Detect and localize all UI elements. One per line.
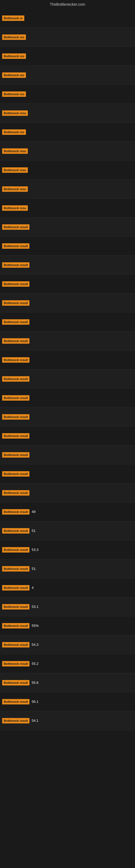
bottleneck-label: Bottleneck result: [2, 509, 30, 515]
bottleneck-label: Bottleneck resu: [2, 111, 28, 116]
bottleneck-label: Bottleneck result: [2, 604, 30, 610]
table-row: Bottleneck result: [0, 484, 135, 502]
table-row: Bottleneck re: [0, 9, 135, 28]
bottleneck-label: Bottleneck result: [2, 547, 30, 553]
bottleneck-label: Bottleneck resu: [2, 148, 28, 154]
table-row: Bottleneck result: [0, 255, 135, 275]
table-row: Bottleneck result: [0, 369, 135, 389]
table-row: Bottleneck result53.1: [0, 597, 135, 616]
table-row: Bottleneck result54.3: [0, 635, 135, 654]
table-row: Bottleneck result55.2: [0, 654, 135, 673]
bottleneck-label: Bottleneck result: [2, 243, 30, 249]
bottleneck-value: 55%: [32, 624, 39, 628]
rows-container: Bottleneck reBottleneck resBottleneck re…: [0, 9, 135, 730]
bottleneck-label: Bottleneck result: [2, 585, 30, 590]
table-row: Bottleneck result: [0, 332, 135, 350]
bottleneck-value: 55.2: [32, 661, 38, 665]
bottleneck-label: Bottleneck re: [2, 16, 24, 21]
bottleneck-label: Bottleneck result: [2, 300, 30, 306]
table-row: Bottleneck result: [0, 445, 135, 464]
table-row: Bottleneck result53.3: [0, 540, 135, 559]
site-title: TheBottlenecker.com: [0, 0, 135, 9]
bottleneck-label: Bottleneck result: [2, 699, 30, 705]
table-row: Bottleneck result: [0, 426, 135, 445]
bottleneck-label: Bottleneck result: [2, 452, 30, 458]
table-row: Bottleneck res: [0, 85, 135, 104]
bottleneck-label: Bottleneck result: [2, 395, 30, 401]
table-row: Bottleneck result51: [0, 521, 135, 540]
table-row: Bottleneck result: [0, 237, 135, 255]
bottleneck-label: Bottleneck result: [2, 490, 30, 496]
bottleneck-label: Bottleneck result: [2, 319, 30, 325]
bottleneck-label: Bottleneck result: [2, 642, 30, 648]
bottleneck-label: Bottleneck result: [2, 433, 30, 439]
table-row: Bottleneck result: [0, 464, 135, 484]
table-row: Bottleneck res: [0, 66, 135, 85]
bottleneck-label: Bottleneck res: [2, 72, 26, 78]
table-row: Bottleneck result: [0, 350, 135, 369]
table-row: Bottleneck result4: [0, 578, 135, 597]
table-row: Bottleneck res: [0, 123, 135, 142]
bottleneck-label: Bottleneck result: [2, 661, 30, 666]
table-row: Bottleneck res: [0, 46, 135, 66]
bottleneck-label: Bottleneck res: [2, 129, 26, 135]
bottleneck-label: Bottleneck result: [2, 623, 30, 628]
bottleneck-label: Bottleneck result: [2, 566, 30, 571]
bottleneck-value: 54.1: [32, 718, 38, 723]
table-row: Bottleneck resu: [0, 142, 135, 161]
bottleneck-value: 51.: [32, 567, 37, 571]
bottleneck-label: Bottleneck res: [2, 54, 26, 59]
bottleneck-label: Bottleneck result: [2, 680, 30, 685]
table-row: Bottleneck result56.1: [0, 692, 135, 711]
table-row: Bottleneck result: [0, 407, 135, 426]
bottleneck-label: Bottleneck resu: [2, 205, 28, 211]
bottleneck-value: 49: [32, 510, 35, 514]
table-row: Bottleneck resu: [0, 198, 135, 218]
table-row: Bottleneck resu: [0, 180, 135, 198]
table-row: Bottleneck resu: [0, 161, 135, 180]
bottleneck-label: Bottleneck result: [2, 262, 30, 268]
bottleneck-value: 53.1: [32, 604, 38, 609]
table-row: Bottleneck result: [0, 218, 135, 237]
bottleneck-value: 55.6: [32, 681, 38, 685]
bottleneck-label: Bottleneck result: [2, 528, 30, 533]
bottleneck-label: Bottleneck result: [2, 338, 30, 344]
table-row: Bottleneck result: [0, 293, 135, 312]
bottleneck-label: Bottleneck resu: [2, 167, 28, 173]
bottleneck-value: 53.3: [32, 548, 38, 552]
bottleneck-label: Bottleneck resu: [2, 186, 28, 192]
table-row: Bottleneck result54.1: [0, 711, 135, 730]
bottleneck-label: Bottleneck res: [2, 91, 26, 97]
table-row: Bottleneck result55.6: [0, 673, 135, 692]
table-row: Bottleneck res: [0, 28, 135, 46]
page-container: TheBottlenecker.com Bottleneck reBottlen…: [0, 0, 135, 730]
bottleneck-value: 51: [32, 529, 35, 533]
bottleneck-label: Bottleneck result: [2, 357, 30, 363]
bottleneck-value: 4: [32, 586, 34, 590]
table-row: Bottleneck resu: [0, 104, 135, 123]
bottleneck-label: Bottleneck result: [2, 718, 30, 723]
bottleneck-label: Bottleneck result: [2, 471, 30, 476]
table-row: Bottleneck result: [0, 275, 135, 293]
table-row: Bottleneck result55%: [0, 616, 135, 635]
bottleneck-value: 54.3: [32, 643, 38, 647]
bottleneck-label: Bottleneck result: [2, 414, 30, 420]
table-row: Bottleneck result: [0, 389, 135, 407]
table-row: Bottleneck result: [0, 312, 135, 332]
table-row: Bottleneck result49: [0, 502, 135, 521]
bottleneck-label: Bottleneck result: [2, 281, 30, 287]
bottleneck-value: 56.1: [32, 700, 38, 704]
bottleneck-label: Bottleneck res: [2, 34, 26, 40]
bottleneck-label: Bottleneck result: [2, 224, 30, 230]
table-row: Bottleneck result51.: [0, 559, 135, 578]
bottleneck-label: Bottleneck result: [2, 376, 30, 382]
